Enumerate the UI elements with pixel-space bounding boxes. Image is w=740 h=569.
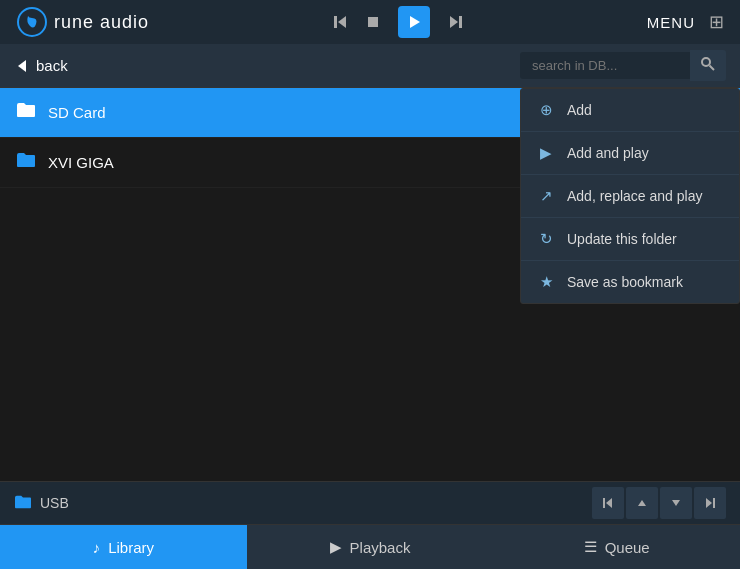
down-arrow[interactable] bbox=[660, 487, 692, 519]
ctx-add-label: Add bbox=[567, 102, 592, 118]
share-icon: ↗ bbox=[537, 187, 555, 205]
prev-button[interactable] bbox=[332, 14, 348, 30]
svg-marker-5 bbox=[450, 16, 458, 28]
ctx-add-replace-label: Add, replace and play bbox=[567, 188, 702, 204]
svg-marker-14 bbox=[706, 498, 712, 508]
up-arrow[interactable] bbox=[626, 487, 658, 519]
bottom-tabs: ♪ Library ▶ Playback ☰ Queue bbox=[0, 525, 740, 569]
top-nav: rune audio MENU ⊞ bbox=[0, 0, 740, 44]
svg-marker-1 bbox=[338, 16, 346, 28]
svg-marker-10 bbox=[606, 498, 612, 508]
ctx-bookmark-label: Save as bookmark bbox=[567, 274, 683, 290]
play-button[interactable] bbox=[398, 6, 430, 38]
search-button[interactable] bbox=[690, 50, 726, 81]
usb-label: USB bbox=[40, 495, 69, 511]
logo-text: rune audio bbox=[54, 12, 149, 33]
first-arrow[interactable] bbox=[592, 487, 624, 519]
search-bar: back bbox=[0, 44, 740, 88]
svg-marker-7 bbox=[18, 60, 26, 72]
logo: rune audio bbox=[16, 6, 149, 38]
stop-button[interactable] bbox=[366, 15, 380, 29]
queue-icon: ☰ bbox=[584, 538, 597, 556]
bottom-status: USB bbox=[0, 481, 740, 525]
top-right: MENU ⊞ bbox=[647, 11, 724, 33]
svg-rect-3 bbox=[368, 17, 378, 27]
svg-marker-12 bbox=[638, 500, 646, 506]
back-label: back bbox=[36, 57, 68, 74]
folder-icon-xvigiga bbox=[16, 151, 36, 174]
queue-label: Queue bbox=[605, 539, 650, 556]
svg-rect-6 bbox=[459, 16, 462, 28]
search-input[interactable] bbox=[520, 52, 690, 79]
logo-icon bbox=[16, 6, 48, 38]
tab-queue[interactable]: ☰ Queue bbox=[493, 525, 740, 569]
svg-line-9 bbox=[710, 66, 715, 71]
star-icon: ★ bbox=[537, 273, 555, 291]
svg-marker-13 bbox=[672, 500, 680, 506]
context-menu: ⊕ Add ▶ Add and play ↗ Add, replace and … bbox=[520, 88, 740, 304]
next-button[interactable] bbox=[448, 14, 464, 30]
file-name-sdcard: SD Card bbox=[48, 104, 106, 121]
search-right bbox=[520, 50, 726, 81]
menu-label[interactable]: MENU bbox=[647, 14, 695, 31]
ctx-update-folder[interactable]: ↻ Update this folder bbox=[521, 218, 739, 261]
folder-icon-sdcard bbox=[16, 101, 36, 124]
ctx-save-bookmark[interactable]: ★ Save as bookmark bbox=[521, 261, 739, 303]
nav-arrows bbox=[592, 487, 726, 519]
ctx-update-label: Update this folder bbox=[567, 231, 677, 247]
ctx-add-play[interactable]: ▶ Add and play bbox=[521, 132, 739, 175]
playback-icon: ▶ bbox=[330, 538, 342, 556]
playback-label: Playback bbox=[350, 539, 411, 556]
svg-rect-2 bbox=[334, 16, 337, 28]
file-name-xvigiga: XVI GIGA bbox=[48, 154, 114, 171]
tab-library[interactable]: ♪ Library bbox=[0, 525, 247, 569]
bottom-label: USB bbox=[14, 494, 69, 513]
ctx-add-play-label: Add and play bbox=[567, 145, 649, 161]
ctx-add-replace-play[interactable]: ↗ Add, replace and play bbox=[521, 175, 739, 218]
svg-marker-4 bbox=[410, 16, 420, 28]
play-small-icon: ▶ bbox=[537, 144, 555, 162]
library-label: Library bbox=[108, 539, 154, 556]
tab-playback[interactable]: ▶ Playback bbox=[247, 525, 494, 569]
refresh-icon: ↻ bbox=[537, 230, 555, 248]
svg-point-8 bbox=[702, 58, 710, 66]
grid-icon[interactable]: ⊞ bbox=[709, 11, 724, 33]
ctx-add[interactable]: ⊕ Add bbox=[521, 89, 739, 132]
last-arrow[interactable] bbox=[694, 487, 726, 519]
plus-circle-icon: ⊕ bbox=[537, 101, 555, 119]
library-icon: ♪ bbox=[93, 539, 101, 556]
transport-controls bbox=[332, 6, 464, 38]
usb-folder-icon bbox=[14, 494, 32, 513]
back-button[interactable]: back bbox=[14, 57, 68, 74]
